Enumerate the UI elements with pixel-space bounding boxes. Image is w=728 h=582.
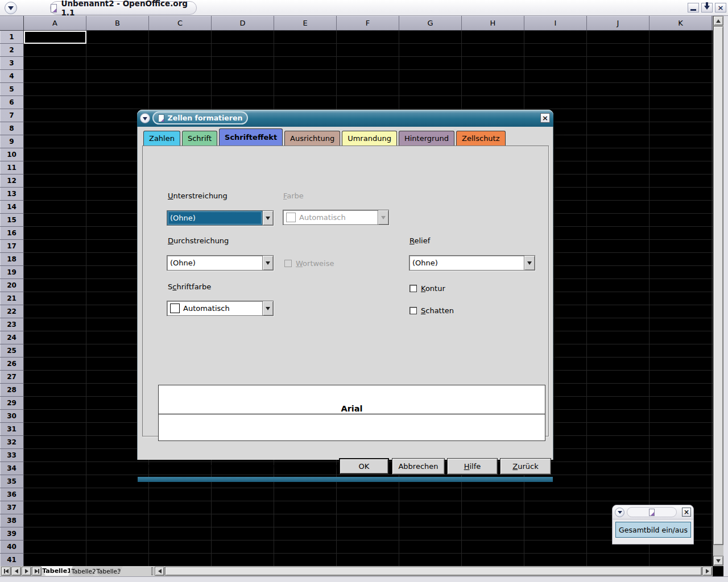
shadow-checkbox[interactable]: Schatten [410,306,454,315]
last-sheet-button[interactable] [32,567,42,576]
cancel-button[interactable]: Abbrechen [392,458,445,475]
vertical-scroll-thumb[interactable] [713,26,723,545]
column-header-I[interactable]: I [524,16,587,30]
column-header-K[interactable]: K [650,16,712,30]
scroll-left-button[interactable] [155,567,164,576]
row-header-9[interactable]: 9 [0,135,24,148]
first-sheet-button[interactable] [1,567,11,576]
row-header-38[interactable]: 38 [0,514,24,527]
row-header-29[interactable]: 29 [0,397,24,410]
row-header-14[interactable]: 14 [0,201,24,214]
sheet-tab-tabelle2[interactable]: Tabelle2 [69,566,98,576]
tool-window-titlebar[interactable]: × [613,505,693,519]
dropdown-arrow-button[interactable] [262,301,273,315]
column-header-E[interactable]: E [274,16,337,30]
dropdown-arrow-button[interactable] [524,256,535,270]
help-button[interactable]: Hilfe [447,458,498,475]
back-button[interactable]: Zurück [500,458,551,475]
row-header-12[interactable]: 12 [0,174,24,188]
tool-window-close-button[interactable]: × [682,508,691,517]
row-header-27[interactable]: 27 [0,371,24,384]
row-header-7[interactable]: 7 [0,109,24,122]
row-header-32[interactable]: 32 [0,436,24,449]
column-header-D[interactable]: D [212,16,274,30]
scroll-down-button[interactable] [713,556,723,566]
row-header-34[interactable]: 34 [0,462,24,475]
font-color-dropdown[interactable]: Automatisch [167,301,274,316]
horizontal-scroll-thumb[interactable] [165,567,702,576]
row-header-16[interactable]: 16 [0,227,24,240]
column-header-C[interactable]: C [149,16,212,30]
row-header-25[interactable]: 25 [0,344,24,357]
tab-scrollbar-splitter[interactable] [151,567,153,575]
dialog-close-button[interactable]: × [540,113,550,123]
dialog-menu-button[interactable] [140,113,150,123]
tab-hintergrund[interactable]: Hintergrund [399,131,454,146]
row-header-8[interactable]: 8 [0,122,24,135]
dropdown-arrow-button[interactable] [262,211,273,225]
row-header-17[interactable]: 17 [0,240,24,253]
row-header-1[interactable]: 1 [0,31,24,44]
horizontal-scrollbar[interactable] [155,567,713,576]
row-header-18[interactable]: 18 [0,253,24,266]
tab-schrifteffekt[interactable]: Schrifteffekt [219,128,283,146]
close-button[interactable]: × [715,3,726,13]
strikethrough-dropdown[interactable]: (Ohne) [167,255,274,271]
select-all-corner[interactable] [0,16,24,31]
column-header-F[interactable]: F [337,16,399,30]
vertical-scrollbar[interactable] [713,16,723,566]
minimize-button[interactable] [688,3,699,13]
row-header-35[interactable]: 35 [0,475,24,488]
column-header-G[interactable]: G [399,16,462,30]
previous-sheet-button[interactable] [11,567,21,576]
row-header-41[interactable]: 41 [0,554,24,566]
scroll-right-button[interactable] [702,567,712,576]
row-header-11[interactable]: 11 [0,161,24,174]
tab-ausrichtung[interactable]: Ausrichtung [284,131,340,146]
dialog-titlebar[interactable]: Zellen formatieren × [137,110,553,127]
toggle-overview-button[interactable]: Gesamtbild ein/aus [615,522,691,538]
row-header-2[interactable]: 2 [0,44,24,57]
sheet-tab-tabelle3[interactable]: Tabelle3 [94,566,123,576]
row-header-4[interactable]: 4 [0,70,24,83]
outline-checkbox[interactable]: Kontur [410,284,445,293]
row-header-37[interactable]: 37 [0,501,24,514]
row-header-36[interactable]: 36 [0,488,24,501]
row-header-6[interactable]: 6 [0,96,24,109]
row-header-28[interactable]: 28 [0,384,24,397]
row-header-40[interactable]: 40 [0,541,24,554]
row-header-3[interactable]: 3 [0,57,24,70]
row-header-10[interactable]: 10 [0,148,24,161]
row-header-33[interactable]: 33 [0,449,24,462]
tab-umrandung[interactable]: Umrandung [342,131,397,146]
column-header-A[interactable]: A [24,16,86,30]
relief-dropdown[interactable]: (Ohne) [409,255,535,271]
row-header-19[interactable]: 19 [0,266,24,279]
ok-button[interactable]: OK [339,458,389,475]
row-header-24[interactable]: 24 [0,331,24,344]
maximize-button[interactable] [701,3,713,13]
tab-zellschutz[interactable]: Zellschutz [456,131,505,146]
row-header-15[interactable]: 15 [0,214,24,227]
column-header-H[interactable]: H [462,16,524,30]
row-header-26[interactable]: 26 [0,357,24,371]
scroll-up-button[interactable] [713,16,723,26]
row-header-22[interactable]: 22 [0,305,24,318]
row-header-31[interactable]: 31 [0,423,24,436]
column-header-B[interactable]: B [86,16,149,30]
row-header-21[interactable]: 21 [0,292,24,305]
row-header-13[interactable]: 13 [0,188,24,201]
row-header-23[interactable]: 23 [0,318,24,331]
column-header-J[interactable]: J [587,16,650,30]
next-sheet-button[interactable] [22,567,31,576]
row-header-20[interactable]: 20 [0,279,24,292]
window-menu-button[interactable] [5,2,17,14]
tool-window-menu-button[interactable] [615,508,624,517]
underline-dropdown[interactable]: (Ohne) [167,210,274,226]
row-header-30[interactable]: 30 [0,410,24,423]
dropdown-arrow-button[interactable] [262,256,273,270]
cell-cursor-A1[interactable] [24,31,86,44]
sheet-tab-tabelle1[interactable]: Tabelle1 [41,566,73,576]
row-header-5[interactable]: 5 [0,83,24,96]
tab-zahlen[interactable]: Zahlen [143,131,180,146]
